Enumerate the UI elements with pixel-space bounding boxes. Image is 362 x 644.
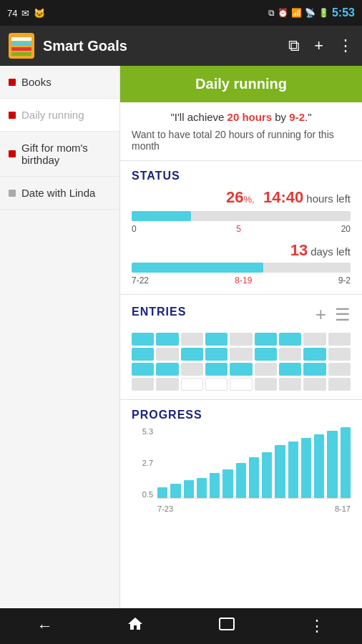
chart-bar-10: [288, 441, 298, 498]
y-label-bot: 0.5: [132, 490, 153, 499]
app-logo: [9, 33, 34, 59]
cal-cell: [303, 333, 326, 346]
days-progress-bar: [132, 263, 351, 273]
chart-bar-8: [262, 452, 272, 498]
chart-bar-7: [249, 457, 259, 498]
goal-quote: "I'll achieve 20 hours by 9-2.": [132, 111, 351, 123]
copy-icon: ⧉: [268, 8, 275, 18]
cal-cell: [279, 348, 301, 361]
chart-bar-4: [210, 473, 220, 498]
bar-mid: 5: [236, 224, 241, 234]
cal-cell: [205, 378, 228, 391]
cal-cell: [230, 348, 252, 361]
gift-mom-label: Gift for mom's birthday: [21, 142, 111, 166]
quote-suffix: .": [305, 111, 312, 123]
gmail-icon: ✉: [21, 8, 29, 19]
cal-cell: [328, 363, 351, 376]
cal-cell: [181, 363, 203, 376]
svg-rect-3: [11, 47, 31, 51]
cal-cell: [156, 363, 178, 376]
detail-panel: Daily running "I'll achieve 20 hours by …: [120, 66, 362, 608]
cal-cell: [205, 333, 228, 346]
cal-cell: [181, 378, 203, 391]
cal-cell: [230, 378, 252, 391]
status-title: STATUS: [132, 170, 351, 182]
main-content: Books Daily running Gift for mom's birth…: [0, 66, 362, 608]
goal-title: Daily running: [195, 76, 287, 92]
alarm-icon: ⏰: [278, 8, 288, 18]
cal-cell: [328, 348, 351, 361]
entries-title: ENTRIES: [132, 306, 307, 318]
cal-cell: [255, 363, 277, 376]
cal-cell: [181, 348, 203, 361]
status-hours-label: hours left: [306, 192, 351, 205]
chart-bar-5: [222, 469, 233, 498]
hours-progress-bar: [132, 211, 351, 221]
hours-bar-labels: 0 5 20: [132, 224, 351, 234]
status-separator: [258, 192, 260, 205]
cal-cell: [230, 333, 252, 346]
cal-cell: [279, 333, 301, 346]
cal-cell: [156, 378, 178, 391]
progress-section: PROGRESS 5.3 2.7 0.5 7-23 8-17: [120, 400, 362, 522]
quote-date: 9-2: [289, 111, 305, 123]
chart-bar-1: [170, 484, 180, 498]
sidebar-item-date-linda[interactable]: Date with Linda: [0, 177, 119, 210]
cal-cell: [255, 333, 277, 346]
sidebar: Books Daily running Gift for mom's birth…: [0, 66, 120, 608]
days-count: 13: [290, 241, 308, 260]
status-bar-right: ⧉ ⏰ 📶 📡 🔋 5:53: [268, 6, 355, 19]
cal-cell: [328, 333, 351, 346]
signal-strength: 74: [7, 8, 17, 19]
date-linda-label: Date with Linda: [21, 187, 95, 199]
status-bar-left: 74 ✉ 🐱: [7, 8, 45, 19]
add-entry-button[interactable]: +: [315, 303, 326, 326]
status-section: STATUS 26 %, 14:40 hours left 0 5 20 13 …: [120, 161, 362, 295]
copy-button[interactable]: ⧉: [288, 36, 300, 55]
status-time-value: 14:40: [263, 188, 303, 207]
days-row: 13 days left: [132, 241, 351, 260]
sidebar-item-gift-mom[interactable]: Gift for mom's birthday: [0, 132, 119, 177]
svg-rect-1: [11, 37, 31, 41]
chart-bar-12: [314, 434, 324, 498]
cal-cell: [205, 363, 228, 376]
days-start: 7-22: [132, 275, 149, 286]
cal-cell: [303, 348, 326, 361]
home-button[interactable]: [127, 615, 144, 637]
wifi-icon: 📶: [291, 8, 302, 18]
hours-progress-fill: [132, 211, 191, 221]
back-button[interactable]: ←: [37, 617, 53, 635]
add-goal-button[interactable]: +: [314, 36, 323, 55]
chart-y-labels: 5.3 2.7 0.5: [132, 427, 153, 499]
signal-icon: 📡: [305, 8, 315, 18]
chart-bar-13: [327, 431, 337, 498]
chart-bar-2: [184, 480, 194, 498]
more-button[interactable]: ⋮: [309, 617, 325, 635]
status-percent-sign: %,: [243, 194, 254, 205]
bottom-nav: ← ⋮: [0, 608, 362, 644]
cal-cell: [181, 333, 203, 346]
more-menu-button[interactable]: ⋮: [338, 36, 353, 55]
cal-cell: [303, 363, 326, 376]
svg-rect-2: [11, 42, 31, 46]
status-bar: 74 ✉ 🐱 ⧉ ⏰ 📶 📡 🔋 5:53: [0, 0, 362, 26]
recents-button[interactable]: [218, 615, 235, 637]
svg-rect-5: [220, 618, 234, 630]
sidebar-item-books[interactable]: Books: [0, 66, 119, 99]
chart-bar-0: [157, 487, 167, 498]
chart-bar-11: [301, 438, 311, 498]
chart-bar-14: [341, 427, 351, 498]
cal-cell: [205, 348, 228, 361]
chart-x-labels: 7-23 8-17: [157, 504, 351, 513]
list-view-button[interactable]: ☰: [335, 305, 351, 325]
days-end: 9-2: [338, 275, 351, 286]
clock: 5:53: [332, 6, 355, 19]
days-bar-labels: 7-22 8-19 9-2: [132, 275, 351, 286]
cal-cell: [132, 363, 154, 376]
svg-rect-4: [11, 52, 31, 56]
chart-bar-3: [197, 478, 207, 498]
cal-cell: [328, 378, 351, 391]
x-label-start: 7-23: [157, 504, 173, 513]
quote-prefix: "I'll achieve: [171, 111, 228, 123]
sidebar-item-daily-running[interactable]: Daily running: [0, 99, 119, 132]
